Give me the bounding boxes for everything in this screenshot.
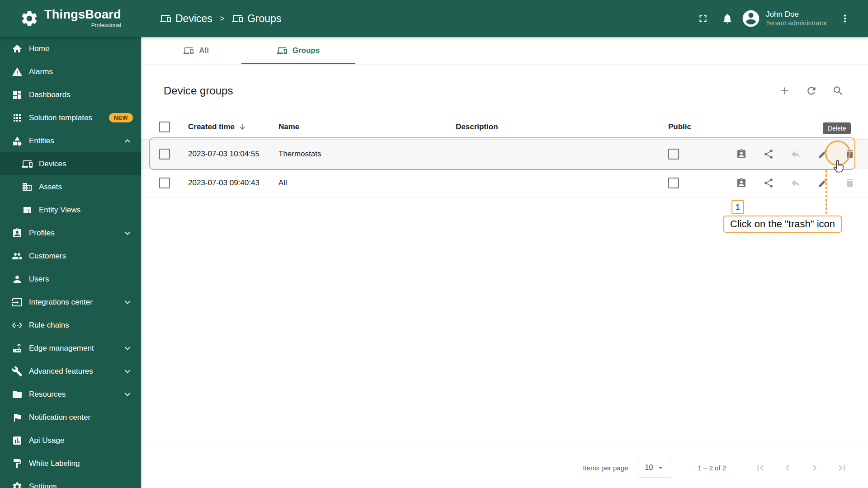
user-avatar[interactable] bbox=[741, 8, 761, 29]
sidebar-item-label: Settings bbox=[29, 482, 57, 488]
sidebar-item-api-usage[interactable]: Api Usage bbox=[0, 429, 141, 452]
tab-groups-label: Groups bbox=[292, 46, 320, 55]
sidebar-item-profiles[interactable]: Profiles bbox=[0, 221, 141, 244]
table-row-thermostats[interactable]: 2023-07-03 10:04:55 Thermostats bbox=[141, 140, 868, 169]
sidebar-item-label: Alarms bbox=[29, 67, 53, 76]
cell-name: Thermostats bbox=[278, 150, 456, 159]
breadcrumb-groups[interactable]: Groups bbox=[232, 13, 281, 25]
items-per-page-value: 10 bbox=[645, 464, 653, 472]
chevron-down-icon bbox=[122, 389, 133, 400]
sidebar-item-label: Resources bbox=[29, 390, 66, 399]
public-checkbox[interactable] bbox=[668, 149, 679, 160]
paint-icon bbox=[12, 458, 23, 469]
bell-icon bbox=[722, 13, 733, 24]
edit-button[interactable] bbox=[813, 144, 833, 164]
logo-title: ThingsBoard bbox=[44, 9, 121, 21]
breadcrumb: Devices > Groups bbox=[160, 13, 281, 25]
row-checkbox[interactable] bbox=[159, 149, 170, 160]
add-group-button[interactable] bbox=[775, 81, 795, 101]
sidebar-item-entities[interactable]: Entities bbox=[0, 129, 141, 152]
tab-groups[interactable]: Groups bbox=[241, 37, 355, 64]
column-name[interactable]: Name bbox=[278, 122, 456, 131]
sidebar-item-integrations-center[interactable]: Integrations center bbox=[0, 291, 141, 314]
sidebar-item-advanced-features[interactable]: Advanced features bbox=[0, 360, 141, 383]
sidebar-item-white-labeling[interactable]: White Labeling bbox=[0, 452, 141, 475]
pencil-icon bbox=[817, 178, 828, 188]
sidebar-item-label: Dashboards bbox=[29, 90, 71, 99]
next-page-button[interactable] bbox=[805, 458, 825, 478]
main-content: All Groups Device groups bbox=[141, 37, 868, 488]
folder-icon bbox=[12, 389, 23, 400]
cell-name: All bbox=[278, 178, 456, 188]
manage-users-button[interactable] bbox=[731, 173, 751, 193]
sidebar-item-resources[interactable]: Resources bbox=[0, 383, 141, 406]
delete-button bbox=[840, 173, 860, 193]
more-menu-button[interactable] bbox=[834, 7, 856, 30]
tab-all[interactable]: All bbox=[151, 37, 241, 64]
sidebar-item-home[interactable]: Home bbox=[0, 37, 141, 60]
chevron-down-icon bbox=[122, 366, 133, 377]
reply-arrow-icon bbox=[790, 149, 801, 160]
assignment-badge-icon bbox=[736, 178, 747, 188]
sidebar-item-label: Edge management bbox=[29, 344, 94, 353]
breadcrumb-groups-label: Groups bbox=[247, 13, 281, 25]
sidebar-item-alarms[interactable]: Alarms bbox=[0, 60, 141, 83]
share-button[interactable] bbox=[759, 144, 778, 164]
share-icon bbox=[763, 178, 774, 188]
sidebar-item-entity-views[interactable]: Entity Views bbox=[0, 198, 141, 221]
edit-button[interactable] bbox=[813, 173, 833, 193]
people-icon bbox=[12, 251, 23, 262]
public-checkbox[interactable] bbox=[668, 178, 679, 188]
last-page-button[interactable] bbox=[832, 458, 852, 478]
table-row-all[interactable]: 2023-07-03 09:40:43 All bbox=[141, 169, 868, 197]
row-actions bbox=[731, 173, 868, 193]
sidebar-item-users[interactable]: Users bbox=[0, 267, 141, 291]
items-per-page-select[interactable]: 10 bbox=[638, 458, 672, 478]
first-page-icon bbox=[755, 462, 766, 474]
breadcrumb-devices[interactable]: Devices bbox=[160, 13, 212, 25]
plus-icon bbox=[779, 85, 791, 97]
previous-page-button[interactable] bbox=[778, 458, 797, 478]
sidebar-item-label: Rule chains bbox=[29, 321, 69, 330]
sidebar-item-devices[interactable]: Devices bbox=[0, 152, 141, 175]
notifications-button[interactable] bbox=[716, 7, 739, 30]
table-header-bar: Device groups bbox=[141, 76, 868, 105]
trash-icon bbox=[844, 178, 855, 188]
search-icon bbox=[832, 85, 844, 97]
fullscreen-button[interactable] bbox=[692, 7, 714, 30]
kebab-menu-icon bbox=[839, 13, 851, 24]
manage-users-button[interactable] bbox=[731, 144, 751, 164]
column-public[interactable]: Public bbox=[668, 122, 731, 131]
delete-button[interactable] bbox=[840, 144, 860, 164]
refresh-button[interactable] bbox=[802, 81, 821, 101]
chevron-right-icon bbox=[809, 462, 821, 474]
select-all-checkbox[interactable] bbox=[159, 122, 170, 132]
page-range-label: 1 – 2 of 2 bbox=[698, 464, 726, 472]
thingsboard-logo[interactable]: ThingsBoard Professional bbox=[0, 9, 141, 28]
chevron-up-icon bbox=[122, 136, 133, 146]
sidebar-item-notification-center[interactable]: Notification center bbox=[0, 406, 141, 429]
sidebar-item-settings[interactable]: Settings bbox=[0, 475, 141, 488]
gear-icon bbox=[12, 481, 23, 488]
row-checkbox[interactable] bbox=[159, 178, 170, 188]
chevron-down-icon bbox=[122, 343, 133, 354]
tab-all-label: All bbox=[199, 46, 209, 55]
category-icon bbox=[12, 136, 23, 146]
sidebar-item-assets[interactable]: Assets bbox=[0, 175, 141, 198]
ethernet-code-icon bbox=[12, 320, 23, 331]
search-button[interactable] bbox=[828, 81, 848, 101]
breadcrumb-separator: > bbox=[220, 14, 225, 23]
sidebar-item-dashboards[interactable]: Dashboards bbox=[0, 83, 141, 106]
column-description[interactable]: Description bbox=[456, 122, 668, 131]
chevron-left-icon bbox=[782, 462, 793, 474]
sidebar-item-customers[interactable]: Customers bbox=[0, 244, 141, 267]
sidebar-item-label: Notification center bbox=[29, 413, 90, 422]
share-button[interactable] bbox=[759, 173, 778, 193]
sidebar-item-rule-chains[interactable]: Rule chains bbox=[0, 314, 141, 337]
column-created-time[interactable]: Created time bbox=[188, 122, 278, 131]
sidebar-item-solution-templates[interactable]: Solution templates NEW bbox=[0, 106, 141, 129]
first-page-button[interactable] bbox=[750, 458, 770, 478]
refresh-icon bbox=[806, 85, 817, 97]
sidebar-item-label: Home bbox=[29, 44, 49, 53]
sidebar-item-edge-management[interactable]: Edge management bbox=[0, 337, 141, 360]
